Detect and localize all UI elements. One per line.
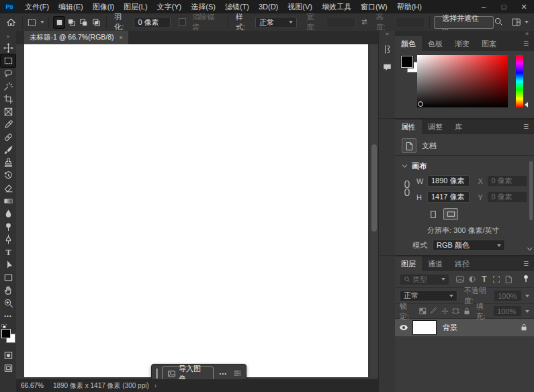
height-input[interactable] <box>396 17 426 28</box>
screen-mode[interactable] <box>1 362 15 375</box>
style-dropdown[interactable]: 正常 <box>255 17 297 28</box>
tab-gradients[interactable]: 渐变 <box>449 36 476 51</box>
tool-preset-picker[interactable] <box>27 17 44 28</box>
swap-colors-icon[interactable] <box>1 324 7 328</box>
close-button[interactable]: ✕ <box>514 0 534 13</box>
foreground-color-swatch[interactable] <box>1 329 11 338</box>
hand-tool[interactable] <box>1 284 15 297</box>
rectangle-tool[interactable] <box>1 271 15 284</box>
panel-menu-icon[interactable]: ☰ <box>523 119 534 134</box>
opacity-input[interactable]: 100% <box>494 290 522 301</box>
zoom-tool[interactable] <box>1 297 15 309</box>
frame-tool[interactable] <box>1 105 15 118</box>
tab-properties[interactable]: 属性 <box>395 119 422 134</box>
mode-dropdown[interactable]: RGB 颜色 <box>433 240 505 251</box>
document-tab[interactable]: 未标题-1 @ 66.7%(RGB/8) × <box>24 31 128 44</box>
menu-window[interactable]: 窗口(W) <box>356 0 392 13</box>
link-dimensions-icon[interactable] <box>404 180 410 197</box>
fill-input[interactable]: 100% <box>493 305 522 317</box>
filter-type-layers-icon[interactable]: T <box>479 275 490 284</box>
maximize-button[interactable]: □ <box>494 0 514 13</box>
menu-view[interactable]: 视图(V) <box>283 0 317 13</box>
tab-libraries[interactable]: 库 <box>449 119 468 134</box>
type-tool[interactable]: T <box>1 246 15 258</box>
tab-channels[interactable]: 通道 <box>422 256 449 271</box>
close-tab-icon[interactable]: × <box>120 34 123 41</box>
layer-visibility-eye-icon[interactable] <box>395 324 412 331</box>
rectangular-marquee-tool[interactable] <box>1 54 15 67</box>
properties-scrollbar-thumb[interactable] <box>529 161 533 220</box>
task-bar-more-icon[interactable] <box>233 369 242 379</box>
layer-thumbnail[interactable] <box>412 320 437 335</box>
home-icon[interactable] <box>4 16 18 29</box>
select-and-mask-button[interactable]: 选择并遮住 ... <box>434 16 494 29</box>
lock-all-icon[interactable] <box>462 307 472 316</box>
panel-menu-icon[interactable]: ☰ <box>523 36 534 51</box>
canvas-y-input[interactable]: 0 像素 <box>487 191 527 203</box>
lasso-tool[interactable] <box>1 67 15 80</box>
move-tool[interactable] <box>1 42 15 54</box>
history-brush-tool[interactable] <box>1 169 15 182</box>
eraser-tool[interactable] <box>1 182 15 195</box>
lock-transparent-pixels-icon[interactable] <box>418 307 428 316</box>
canvas-width-input[interactable]: 1890 像素 <box>427 175 470 187</box>
eyedropper-tool[interactable] <box>1 118 15 131</box>
blur-tool[interactable] <box>1 207 15 220</box>
workspace-switcher[interactable] <box>511 17 529 27</box>
search-icon[interactable] <box>494 17 503 28</box>
hue-slider[interactable] <box>516 55 523 107</box>
gradient-tool[interactable] <box>1 195 15 207</box>
zoom-level[interactable]: 66.67% <box>21 382 44 389</box>
edit-toolbar-ellipsis[interactable]: ••• <box>1 309 15 322</box>
lock-position-icon[interactable] <box>440 307 450 316</box>
saturation-value-picker[interactable] <box>417 55 508 107</box>
crop-tool[interactable] <box>1 93 15 105</box>
layer-lock-icon[interactable] <box>521 324 527 332</box>
hue-slider-marker[interactable] <box>525 102 528 107</box>
menu-type[interactable]: 文字(Y) <box>152 0 187 13</box>
intersect-selection-mode[interactable] <box>91 17 101 28</box>
vertical-scrollbar-thumb[interactable] <box>371 144 377 232</box>
collapse-dock-icon[interactable]: » <box>525 30 529 37</box>
foreground-background-colors[interactable] <box>1 325 15 342</box>
color-cursor[interactable] <box>418 101 423 107</box>
lock-artboard-icon[interactable] <box>451 307 461 316</box>
vertical-scrollbar[interactable] <box>369 44 378 377</box>
menu-edit[interactable]: 编辑(E) <box>54 0 88 13</box>
object-selection-tool[interactable] <box>1 80 15 93</box>
brush-tool[interactable] <box>1 144 15 156</box>
width-input[interactable] <box>326 17 356 28</box>
scroll-down-icon[interactable] <box>527 246 533 252</box>
swap-dimensions-icon[interactable] <box>360 17 369 28</box>
drag-handle[interactable] <box>156 369 158 379</box>
landscape-orientation-button[interactable] <box>443 208 458 220</box>
portrait-orientation-button[interactable] <box>427 209 439 219</box>
comments-panel-icon[interactable] <box>380 60 395 73</box>
panel-menu-icon[interactable]: ☰ <box>523 256 534 271</box>
canvas-height-input[interactable]: 1417 像素 <box>427 191 470 203</box>
expand-dock-icon[interactable]: « <box>386 31 388 38</box>
pen-tool[interactable] <box>1 233 15 246</box>
task-bar-ellipsis[interactable]: ••• <box>220 371 227 377</box>
filter-toggle-icon[interactable] <box>523 275 529 285</box>
tab-swatches[interactable]: 色板 <box>422 36 449 51</box>
tab-color[interactable]: 颜色 <box>395 36 422 51</box>
menu-select[interactable]: 选择(S) <box>186 0 220 13</box>
minimize-button[interactable]: – <box>474 0 494 13</box>
canvas-x-input[interactable]: 0 像素 <box>487 175 527 187</box>
layer-name[interactable]: 背景 <box>443 323 457 333</box>
layer-row-background[interactable]: 背景 <box>395 319 534 336</box>
menu-plugins[interactable]: 增效工具 <box>317 0 356 13</box>
clone-stamp-tool[interactable] <box>1 156 15 169</box>
filter-shape-layers-icon[interactable] <box>491 275 502 284</box>
quick-mask-mode[interactable] <box>1 349 15 362</box>
filter-pixel-layers-icon[interactable] <box>455 275 465 284</box>
dodge-tool[interactable] <box>1 220 15 233</box>
import-image-button[interactable]: 导入图像 <box>162 366 214 381</box>
lock-image-pixels-icon[interactable] <box>429 307 439 316</box>
blend-mode-dropdown[interactable]: 正常 <box>400 290 457 301</box>
tab-patterns[interactable]: 图案 <box>476 36 502 51</box>
feather-input[interactable]: 0 像素 <box>134 17 170 28</box>
toolbar-collapse-icon[interactable]: » <box>7 31 9 42</box>
menu-file[interactable]: 文件(F) <box>20 0 54 13</box>
